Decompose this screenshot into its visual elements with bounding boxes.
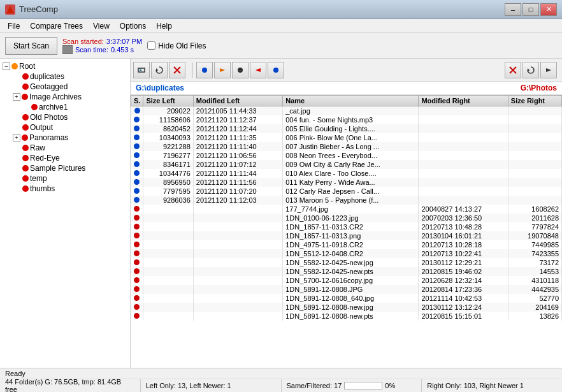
modified-right-cell: [419, 196, 508, 205]
tree-dot-icon: [22, 185, 29, 192]
modified-left-cell: 20121120 11:11:44: [193, 169, 282, 178]
start-scan-button[interactable]: Start Scan: [5, 37, 57, 55]
size-left-cell: 10340093: [143, 133, 193, 142]
tree-node[interactable]: temp: [3, 173, 127, 184]
menu-options[interactable]: Options: [115, 20, 151, 32]
size-right-cell: 2011628: [508, 214, 561, 222]
tree-expand-icon[interactable]: –: [3, 62, 10, 70]
table-row[interactable]: 1DN_1857-11-0313.CR220120713 10:48:28779…: [131, 222, 562, 231]
column-header[interactable]: Modified Right: [419, 96, 508, 106]
tree-node[interactable]: –Root: [3, 61, 127, 71]
clear-btn[interactable]: [169, 62, 185, 78]
dot-left-btn[interactable]: [196, 62, 213, 78]
menu-view[interactable]: View: [88, 20, 115, 32]
tree-node[interactable]: Red-Eye: [3, 153, 127, 163]
size-left-cell: [143, 258, 193, 267]
close-button[interactable]: ✕: [540, 3, 557, 16]
column-header[interactable]: Name: [283, 96, 419, 106]
size-right-cell: [508, 133, 561, 142]
tree-dot-icon: [22, 175, 29, 182]
dot-center-btn[interactable]: [232, 62, 249, 78]
table-row[interactable]: 1DN_5582-12-0425-new.pts20120815 19:46:0…: [131, 267, 562, 276]
tree-node[interactable]: Raw: [3, 143, 127, 153]
tree-node[interactable]: thumbs: [3, 184, 127, 194]
tree-expand-icon[interactable]: +: [13, 134, 20, 142]
modified-left-cell: 20121120 11:11:40: [193, 142, 282, 151]
column-header[interactable]: Size Left: [143, 96, 193, 106]
modified-left-cell: 20121120 11:12:37: [193, 115, 282, 124]
modified-left-cell: 20121005 11:44:33: [193, 106, 282, 116]
hide-old-files-label: Hide Old Files: [158, 41, 206, 50]
table-row[interactable]: 1115860620121120 11:12:37004 fun. - Some…: [131, 115, 562, 124]
table-row[interactable]: 922128820121120 11:11:40007 Justin Biebe…: [131, 142, 562, 151]
main-layout: –RootduplicatesGeotagged+Image Archivesa…: [0, 59, 562, 368]
table-row[interactable]: 1034009320121120 11:11:35006 Pink- Blow …: [131, 133, 562, 142]
tree-container: –RootduplicatesGeotagged+Image Archivesa…: [0, 59, 130, 368]
row-status-dot: [134, 304, 140, 310]
size-right-cell: [508, 151, 561, 160]
row-status-dot: [134, 134, 140, 140]
size-left-cell: 9221288: [143, 142, 193, 151]
name-cell: 013 Maroon 5 - Payphone (f...: [283, 196, 419, 205]
table-row[interactable]: 1DN_1857-11-0313.png20130104 16:01:21190…: [131, 231, 562, 240]
arrow-right-btn[interactable]: [214, 62, 231, 78]
tree-node[interactable]: +Panoramas: [3, 133, 127, 143]
row-status-cell: [131, 294, 143, 303]
table-row[interactable]: 1DN_5891-12-0808-new.pts20120815 15:15:0…: [131, 312, 562, 321]
column-header[interactable]: S.: [131, 96, 143, 106]
hide-old-files-checkbox[interactable]: [147, 41, 155, 50]
table-row[interactable]: 1DN_5700-12-0616copy.jpg20120628 12:32:1…: [131, 276, 562, 285]
tree-node[interactable]: +Image Archives: [3, 92, 127, 102]
tree-node[interactable]: Sample Pictures: [3, 163, 127, 173]
table-row[interactable]: 862045220121120 11:12:44005 Ellie Gouldi…: [131, 124, 562, 133]
menu-help[interactable]: Help: [151, 20, 177, 32]
table-row[interactable]: 1DN_5891-12-0808-new.jpg20130112 13:12:2…: [131, 303, 562, 312]
tree-node[interactable]: archive1: [3, 102, 127, 112]
table-row[interactable]: 1DN_0100-06-1223.jpg20070203 12:36:50201…: [131, 214, 562, 222]
delete-btn[interactable]: [505, 62, 521, 78]
maximize-button[interactable]: □: [522, 3, 539, 16]
menu-compare-trees[interactable]: Compare Trees: [25, 20, 88, 32]
table-row[interactable]: 1DN_5891-12-0808_640.jpg20121114 10:42:5…: [131, 294, 562, 303]
size-right-cell: [508, 106, 561, 116]
tree-dot-icon: [22, 83, 29, 90]
modified-left-cell: [193, 231, 282, 240]
row-status-cell: [131, 151, 143, 160]
refresh-btn[interactable]: [522, 62, 539, 78]
tree-node[interactable]: Old Photos: [3, 112, 127, 122]
name-cell: 1DN_5891-12-0808-new.jpg: [283, 303, 419, 312]
forward-btn[interactable]: [540, 62, 557, 78]
table-row[interactable]: 1DN_5891-12-0808.JPG20120814 17:23:36444…: [131, 285, 562, 294]
row-status-cell: [131, 169, 143, 178]
table-row[interactable]: 1DN_4975-11-0918.CR220120713 10:28:18744…: [131, 240, 562, 249]
refresh-left-btn[interactable]: [151, 62, 168, 78]
column-header[interactable]: Modified Left: [193, 96, 282, 106]
tree-expand-icon[interactable]: +: [13, 93, 20, 101]
table-row[interactable]: 1DN_5582-12-0425-new.jpg20130112 12:29:2…: [131, 258, 562, 267]
size-left-cell: [143, 267, 193, 276]
size-right-cell: 4442935: [508, 285, 561, 294]
progress-bar-outer: [344, 382, 382, 389]
tree-node[interactable]: Output: [3, 122, 127, 133]
menu-file[interactable]: File: [3, 20, 25, 32]
tree-node[interactable]: Geotagged: [3, 82, 127, 92]
name-cell: 004 fun. - Some Nights.mp3: [283, 115, 419, 124]
table-row[interactable]: 20902220121005 11:44:33_cat.jpg: [131, 106, 562, 116]
table-row[interactable]: 719627720121120 11:06:56008 Neon Trees -…: [131, 151, 562, 160]
status-disk-info: 44 Folder(s) G: 76.5GB, tmp: 81.4GB free: [0, 379, 141, 392]
table-row[interactable]: 1DN_5512-12-0408.CR220120713 10:22:41742…: [131, 249, 562, 258]
table-row[interactable]: 779759520121120 11:07:20012 Carly Rae Je…: [131, 187, 562, 196]
table-row[interactable]: 928603620121120 11:12:03013 Maroon 5 - P…: [131, 196, 562, 205]
left-arrow-icon-btn[interactable]: [133, 62, 150, 78]
arrow-left-btn[interactable]: [250, 62, 266, 78]
tree-node[interactable]: duplicates: [3, 71, 127, 82]
table-row[interactable]: 834617120121120 11:07:12009 Owl City & C…: [131, 160, 562, 169]
table-row[interactable]: 177_7744.jpg20040827 14:13:271608262: [131, 205, 562, 214]
column-header[interactable]: Size Right: [508, 96, 561, 106]
dot-right-btn[interactable]: [268, 62, 284, 78]
minimize-button[interactable]: –: [505, 3, 521, 16]
modified-right-cell: 20130112 13:12:24: [419, 303, 508, 312]
scan-icon: [62, 45, 73, 54]
table-row[interactable]: 895695020121120 11:11:56011 Katy Perry -…: [131, 178, 562, 187]
table-row[interactable]: 1034477620121120 11:11:44010 Alex Clare …: [131, 169, 562, 178]
